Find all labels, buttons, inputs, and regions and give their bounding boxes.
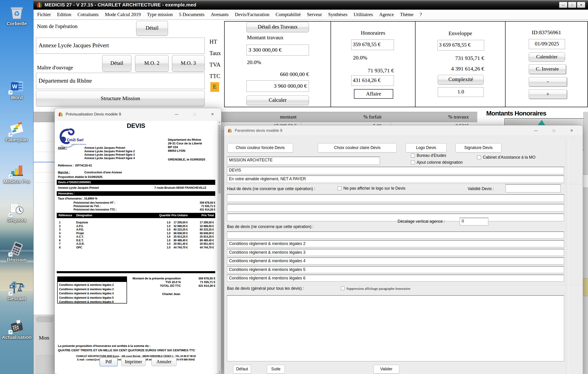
condition-input[interactable]: Conditions règlement & mentions légales …: [227, 266, 564, 273]
preview-scrollbar[interactable]: ▲ ▼: [217, 121, 221, 374]
menu-item-fichier[interactable]: Fichier: [37, 12, 51, 17]
desktop-icon-faberplan[interactable]: ↗ Faberplan: [1, 121, 32, 143]
no-logo-checkbox[interactable]: [338, 187, 342, 190]
suppression-label: Suppression affichage paragraphe honorai…: [346, 287, 410, 291]
owner-detail-button[interactable]: Détail: [102, 55, 131, 72]
main-vertical-scrollbar[interactable]: [583, 112, 588, 374]
menu-item-mode-calcul[interactable]: Mode Calcul 2019: [105, 12, 141, 17]
travaux-ttc-input[interactable]: 3 960 000,00 €: [246, 80, 309, 92]
honoraires-ht-input[interactable]: 359 678,55 €: [351, 40, 394, 50]
menu-item-cotraitants[interactable]: Cotraitants: [77, 12, 99, 17]
scroll-up-icon[interactable]: ▲: [219, 121, 220, 123]
owner-input[interactable]: Département du Rhône: [36, 73, 205, 89]
menu-item-avenants[interactable]: Avenants: [211, 12, 229, 17]
menu-item-agence[interactable]: Agence: [379, 12, 394, 17]
valider-button[interactable]: Valider: [373, 365, 399, 374]
desktop-icon-medicis-pro[interactable]: ↗ Médicis Pro: [1, 163, 32, 184]
haut-devis-line2-input[interactable]: [227, 204, 564, 212]
desktop-icon-label: Faberplan: [1, 137, 32, 143]
validite-devis-input[interactable]: [505, 184, 561, 192]
params-minimize-button[interactable]: —: [532, 128, 539, 134]
bureau-etudes-checkbox[interactable]: [411, 154, 415, 157]
params-maximize-button[interactable]: □: [550, 128, 557, 134]
defaut-button[interactable]: Défaut: [233, 365, 251, 374]
bas-general-textarea[interactable]: [227, 295, 564, 361]
desktop-icon-gescant[interactable]: ↗ Gescant: [1, 280, 32, 301]
partial-tan-element[interactable]: [583, 278, 588, 296]
increment-button[interactable]: +: [529, 90, 567, 99]
imprimer-button[interactable]: Imprimer: [121, 357, 146, 366]
mo2-button[interactable]: M.O. 2: [135, 55, 168, 72]
preview-title-bar[interactable]: Prévisualisation Devis modèle 9 — □ ✕: [55, 108, 221, 121]
ttc-label: TTC: [210, 73, 220, 79]
condition-input[interactable]: Conditions règlement & mentions légales …: [227, 240, 564, 247]
menu-item-serveur[interactable]: Serveur: [307, 12, 322, 17]
desktop-icon-word[interactable]: W ↗ Word: [1, 79, 32, 100]
calculer-button[interactable]: Calculer: [246, 95, 309, 105]
cabinet-assistance-checkbox[interactable]: [477, 156, 481, 159]
scroll-down-icon[interactable]: ▼: [219, 371, 220, 373]
logo-devis-button[interactable]: Logo Devis: [406, 143, 447, 152]
operation-name-input[interactable]: Annexe Lycée Jacques Prévert: [36, 38, 205, 54]
menu-item-edition[interactable]: Edition: [57, 12, 71, 17]
partial-button[interactable]: [36, 355, 55, 374]
desktop-icon-actualisation[interactable]: ↗ Actualisation: [1, 319, 32, 340]
c-inversee-button[interactable]: C. Inversée: [529, 64, 566, 74]
montant-travaux-input[interactable]: 3 300 000,00 €: [246, 44, 309, 56]
complexite-button[interactable]: Complexité: [438, 75, 484, 84]
structure-mission-button[interactable]: Structure Mission: [36, 91, 205, 106]
condition-input[interactable]: Conditions règlement & mentions légales …: [227, 257, 564, 264]
honoraires-ttc-input[interactable]: 431 614,26 €: [351, 75, 394, 86]
menu-item-utilitaires[interactable]: Utilitaires: [354, 12, 373, 17]
devis-label-input[interactable]: DEVIS: [227, 167, 564, 174]
reglement-input[interactable]: En votre aimable règlement, NET A PAYER: [227, 176, 564, 183]
bas-devis-line1-input[interactable]: [227, 231, 564, 239]
travaux-tva-value: 660 000,00 €: [246, 71, 309, 77]
pdf-button[interactable]: Pdf: [100, 357, 118, 366]
desktop-icon-corbeille[interactable]: ♻ Corbeille: [1, 5, 32, 26]
medicis-app-icon: [36, 2, 42, 8]
devis-number-bar: Devis n°D020210000001: [57, 180, 215, 185]
ajout-colonne-checkbox[interactable]: [411, 160, 415, 164]
desktop-icon-revision[interactable]: ↗ Révision: [1, 241, 32, 262]
complexite-input[interactable]: 1.0: [438, 87, 484, 97]
menu-item-devis-facturation[interactable]: Devis/Facturation: [235, 12, 269, 17]
detail-travaux-button[interactable]: Détail des Travaux: [246, 22, 309, 32]
menu-item-syntheses[interactable]: Synthèses: [328, 12, 347, 17]
haut-devis-line3-input[interactable]: [227, 214, 564, 221]
preview-minimize-button[interactable]: —: [173, 111, 180, 117]
minimize-button[interactable]: —: [559, 2, 567, 8]
menu-item-theme[interactable]: Thème: [400, 12, 413, 17]
maximize-button[interactable]: □: [568, 2, 576, 8]
condition-input[interactable]: Conditions règlement & mentions légales …: [227, 275, 564, 282]
date-input[interactable]: 01/09/2025: [529, 39, 565, 49]
menu-item-comptabilite[interactable]: Comptabilité: [276, 12, 301, 17]
decrement-button[interactable]: -: [529, 77, 567, 86]
decalage-input[interactable]: 0: [460, 218, 488, 226]
preview-maximize-button[interactable]: □: [191, 111, 198, 117]
operation-detail-button[interactable]: Détail: [136, 21, 168, 36]
close-button[interactable]: ✕: [577, 2, 585, 8]
mo3-button[interactable]: M.O. 3: [172, 55, 205, 72]
calendrier-button[interactable]: Calendrier: [529, 52, 565, 62]
affaire-button[interactable]: Affaire: [354, 89, 393, 99]
haut-devis-line1-input[interactable]: [227, 194, 564, 202]
scrollbar-piece[interactable]: [36, 317, 53, 322]
menu-item-help[interactable]: ?: [420, 12, 422, 17]
condition-input[interactable]: Conditions règlement & mentions légales …: [227, 249, 564, 256]
params-close-button[interactable]: ✕: [568, 128, 575, 134]
enveloppe-ht-input[interactable]: 3 659 678,55 €: [437, 40, 484, 51]
preview-close-button[interactable]: ✕: [209, 111, 216, 117]
menu-item-documents[interactable]: 5 Documents: [179, 12, 204, 17]
suite-button[interactable]: Suite: [267, 365, 285, 374]
choix-couleur-foncee-button[interactable]: Choix couleur foncée Devis: [227, 143, 293, 152]
main-title-bar[interactable]: MEDICIS 27 - V 27.15 - CHARLET ARCHITECT…: [33, 0, 588, 10]
desktop-icon-sequora[interactable]: ↗ Séquora: [1, 202, 32, 223]
suppression-checkbox[interactable]: [341, 287, 345, 290]
menu-item-type-mission[interactable]: Type mission: [147, 12, 173, 17]
signature-devis-button[interactable]: Signature Devis: [455, 143, 501, 152]
choix-couleur-claire-button[interactable]: Choix couleur claire Devis: [318, 143, 397, 152]
params-title-bar[interactable]: Paramètres devis modèle 9 — □ ✕: [224, 125, 583, 136]
annuler-button[interactable]: Annuler: [151, 357, 177, 366]
mission-input[interactable]: MISSION ARCHITECTE: [227, 156, 380, 165]
